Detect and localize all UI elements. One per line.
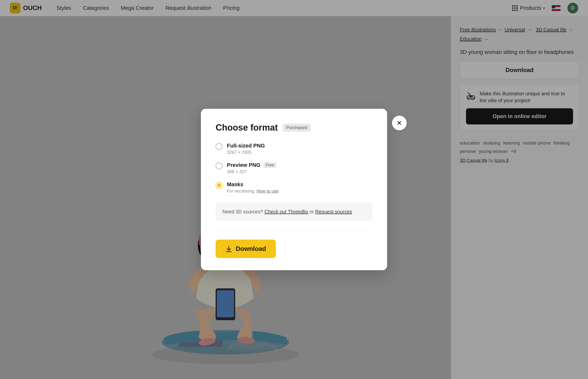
threedlio-link[interactable]: Check out Threedlio [264,209,308,214]
radio-full-png[interactable] [216,143,222,150]
format-option-full-png[interactable]: Full-sized PNG 3267 × 2905 [216,142,372,155]
modal-title: Choose format [216,123,278,133]
close-icon: ✕ [397,119,402,127]
format-masks-desc: For recoloring. How to use [227,189,279,194]
how-to-link[interactable]: How to use [256,189,279,193]
format-preview-png-dimensions: 368 × 327 [227,169,276,174]
format-masks-info: Masks For recoloring. How to use [227,181,279,194]
format-option-preview-png[interactable]: Preview PNG Free 368 × 327 [216,162,372,174]
format-options: Full-sized PNG 3267 × 2905 Preview PNG F… [216,142,372,194]
modal-header: Choose format Purchased [216,123,372,133]
modal-close-button[interactable]: ✕ [392,116,407,130]
radio-preview-png[interactable] [216,162,222,169]
radio-masks[interactable] [216,182,222,189]
info-box: Need 3D sources? Check out Threedlio or … [216,203,372,221]
format-masks-label: Masks [227,181,279,188]
format-preview-png-label: Preview PNG [227,162,260,168]
download-yellow-button[interactable]: Download [216,240,276,258]
download-icon [225,245,232,252]
info-text: Need 3D sources? [222,209,263,214]
format-option-masks[interactable]: Masks For recoloring. How to use [216,181,372,194]
format-full-png-label: Full-sized PNG [227,142,265,149]
format-full-png-dimensions: 3267 × 2905 [227,150,265,155]
format-label-row: Preview PNG Free [227,162,276,168]
format-preview-png-info: Preview PNG Free 368 × 327 [227,162,276,174]
info-or: or [309,209,315,214]
download-yellow-label: Download [236,245,266,253]
modal-footer: Download [216,231,372,258]
radio-inner-masks [217,183,221,187]
choose-format-modal: ✕ Choose format Purchased Full-sized PNG… [201,109,387,270]
purchased-badge: Purchased [283,124,311,132]
modal-overlay[interactable]: ✕ Choose format Purchased Full-sized PNG… [0,0,588,379]
format-full-png-info: Full-sized PNG 3267 × 2905 [227,142,265,155]
request-sources-link[interactable]: Request sources [315,209,352,214]
free-badge: Free [263,162,276,168]
